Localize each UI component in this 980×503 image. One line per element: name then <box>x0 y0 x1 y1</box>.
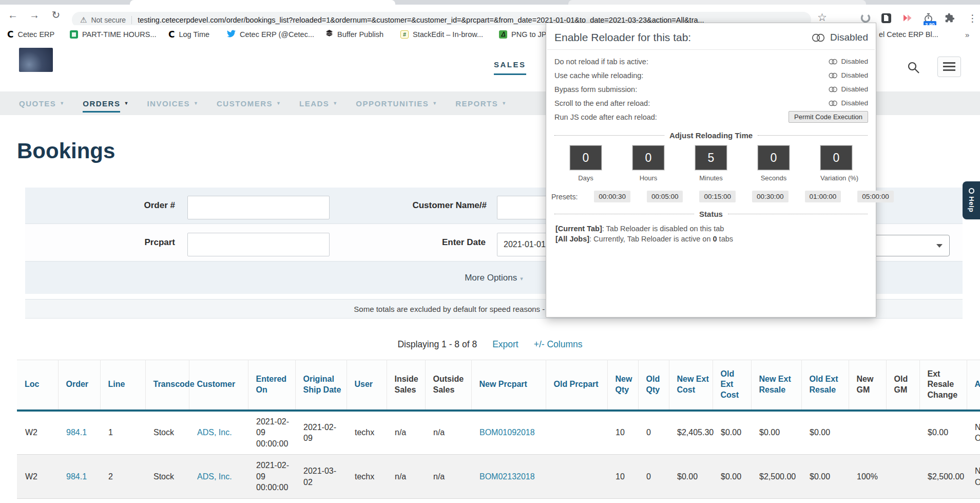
reloader-option-toggle[interactable]: Disabled <box>829 99 868 107</box>
bookmark-item[interactable]: CLog Time <box>168 25 209 44</box>
bookmark-item[interactable]: 𝛥PNG to JP <box>499 25 547 44</box>
bookmark-overflow-label[interactable]: el Cetec ERP Bl... <box>879 25 938 44</box>
time-value-input[interactable]: 0 <box>758 145 790 170</box>
bookmarks-overflow-chevron-icon[interactable]: » <box>965 25 969 44</box>
help-tab[interactable]: Help <box>963 181 980 219</box>
browser-toolbar: ← → ↻ ⚠ Not secure testing.cetecerpdevel… <box>0 5 980 25</box>
cell-link[interactable]: ADS, Inc. <box>189 411 248 455</box>
column-header: Ext Resale Change <box>919 360 967 411</box>
cell: Stock <box>145 411 189 455</box>
column-header[interactable]: Line <box>100 360 145 411</box>
toggle-off-icon <box>829 72 838 79</box>
permit-code-execution-button[interactable]: Permit Code Execution <box>789 111 868 123</box>
column-header[interactable]: Loc <box>17 360 58 411</box>
bookmark-item[interactable]: Buffer Publish <box>325 25 383 44</box>
media-extension-icon[interactable] <box>901 12 914 24</box>
nav-customers[interactable]: CUSTOMERS▼ <box>217 99 281 108</box>
enter-date-label: Enter Date <box>359 237 486 248</box>
column-header[interactable]: Old Ext Resale <box>801 360 849 411</box>
column-header[interactable]: Action <box>967 360 980 411</box>
cell-link[interactable]: ADS, Inc. <box>189 455 248 499</box>
extensions-puzzle-icon[interactable] <box>944 12 956 24</box>
cell: $0.00 <box>751 411 801 455</box>
time-value-input[interactable]: 5 <box>695 145 727 170</box>
bookmark-star-icon[interactable]: ☆ <box>817 11 827 24</box>
time-value-input[interactable]: 0 <box>632 145 664 170</box>
time-value-input[interactable]: 0 <box>820 145 852 170</box>
bookmark-item[interactable]: PART-TIME HOURS... <box>70 25 156 44</box>
cell-link[interactable]: 984.1 <box>58 411 100 455</box>
cell-link[interactable]: BOM01092018 <box>471 411 546 455</box>
back-icon[interactable]: ← <box>6 8 20 22</box>
reloader-option-label: Bypass form submission: <box>554 85 637 94</box>
bookmark-item[interactable]: #StackEdit – In-brow... <box>400 25 483 44</box>
cell: 0 <box>638 411 669 455</box>
reloader-option-row: Scroll to the end after reload:Disabled <box>554 96 868 110</box>
reloader-option-toggle[interactable]: Disabled <box>829 71 868 79</box>
nav-leads[interactable]: LEADS▼ <box>299 99 337 108</box>
reloader-option-toggle[interactable]: Disabled <box>829 85 868 93</box>
toggle-off-icon <box>829 86 838 92</box>
reloader-master-toggle[interactable]: Disabled <box>812 32 868 43</box>
column-header[interactable]: Order <box>58 360 100 411</box>
toggle-off-icon <box>812 33 825 42</box>
column-header[interactable]: Old Prcpart <box>546 360 607 411</box>
cell-link[interactable]: BOM02132018 <box>471 455 546 499</box>
more-options-toggle[interactable]: More Options▾ <box>465 273 523 283</box>
browser-active-tab[interactable] <box>130 0 395 5</box>
reloader-master-state: Disabled <box>830 32 868 43</box>
reloader-option-state: Disabled <box>841 58 868 65</box>
not-secure-label[interactable]: Not secure <box>91 16 126 24</box>
bookmark-item[interactable]: Cetec ERP (@Cetec... <box>227 25 314 44</box>
preset-chip[interactable]: 00:30:00 <box>752 191 789 202</box>
forward-icon[interactable]: → <box>28 8 41 22</box>
order-number-input[interactable] <box>187 196 330 219</box>
cetec-logo[interactable] <box>19 48 53 72</box>
columns-toggle-link[interactable]: +/- Columns <box>534 339 583 350</box>
column-header[interactable]: Original Ship Date <box>295 360 347 411</box>
reload-icon[interactable]: ↻ <box>49 8 63 22</box>
preset-chip[interactable]: 05:00:00 <box>857 191 894 202</box>
nav-label: ORDERS <box>83 99 120 113</box>
column-header[interactable]: Customer <box>189 360 248 411</box>
column-header: New GM <box>849 360 886 411</box>
preset-chip[interactable]: 01:00:00 <box>805 191 841 202</box>
export-link[interactable]: Export <box>492 339 518 350</box>
browser-menu-icon[interactable]: ⋮ <box>968 12 977 24</box>
column-header[interactable]: Old Qty <box>638 360 669 411</box>
column-header[interactable]: New Qty <box>607 360 638 411</box>
browser-inactive-tab[interactable] <box>568 0 866 5</box>
column-header[interactable]: User <box>347 360 387 411</box>
column-header[interactable]: Transcode <box>145 360 189 411</box>
bookmark-item[interactable]: CCetec ERP <box>7 25 54 44</box>
column-header[interactable]: Old Ext Cost <box>713 360 751 411</box>
nav-opportunities[interactable]: OPPORTUNITIES▼ <box>356 99 437 108</box>
column-header: Outside Sales <box>425 360 471 411</box>
prcpart-input[interactable] <box>187 233 330 256</box>
nav-quotes[interactable]: QUOTES▼ <box>19 99 64 108</box>
nav-reports[interactable]: REPORTS▼ <box>455 99 506 108</box>
preset-chip[interactable]: 00:15:00 <box>699 191 736 202</box>
column-header[interactable]: New Ext Cost <box>669 360 713 411</box>
bookmark-label: Buffer Publish <box>337 30 383 39</box>
nav-orders[interactable]: ORDERS▼ <box>83 99 128 108</box>
time-value-input[interactable]: 0 <box>570 145 602 170</box>
buffer-icon <box>325 29 333 40</box>
reloader-options: Do not reload if tab is active:DisabledU… <box>546 50 876 124</box>
column-header[interactable]: Entered On <box>248 360 295 411</box>
top-tab-sales[interactable]: SALES <box>494 60 526 75</box>
reloader-option-toggle[interactable]: Disabled <box>829 58 868 65</box>
url-divider <box>131 16 132 24</box>
preset-chip[interactable]: 00:00:30 <box>594 191 630 202</box>
preset-chip[interactable]: 00:05:00 <box>647 191 683 202</box>
hamburger-menu-icon[interactable] <box>937 57 961 77</box>
reloader-option-label: Scroll to the end after reload: <box>554 99 650 107</box>
cell-link[interactable]: 984.1 <box>58 455 100 499</box>
column-header[interactable]: New Ext Resale <box>751 360 801 411</box>
bookings-table-wrap: LocOrderLineTranscodeCustomerEntered OnO… <box>17 360 980 499</box>
nav-invoices[interactable]: INVOICES▼ <box>147 99 198 108</box>
search-icon[interactable] <box>907 61 920 77</box>
cell: n/a <box>387 411 425 455</box>
column-header[interactable]: New Prcpart <box>471 360 546 411</box>
document-extension-icon[interactable] <box>880 12 892 24</box>
